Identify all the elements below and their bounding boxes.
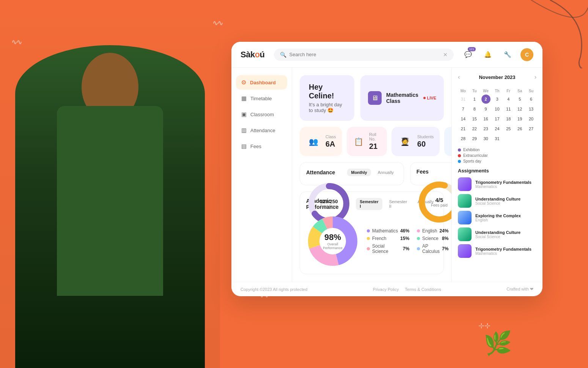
- assignment-thumb-0: [458, 177, 472, 191]
- cal-day-16[interactable]: 16: [481, 114, 491, 123]
- assignment-thumb-3: [458, 227, 472, 241]
- stat-card-students: 🧑‍🎓 Students 60: [391, 127, 440, 156]
- class-info: Mathematics Class: [386, 92, 419, 104]
- cal-day-8[interactable]: 8: [470, 104, 479, 114]
- cal-day-14[interactable]: 14: [459, 114, 468, 123]
- cal-day-20[interactable]: 20: [527, 114, 536, 123]
- attendance-icon: ▥: [241, 127, 247, 134]
- cal-header-we: We: [481, 88, 491, 94]
- assignment-subject-3: Social Science: [475, 235, 536, 239]
- attendance-tab-monthly[interactable]: Monthly: [347, 169, 371, 176]
- french-subject: French: [372, 236, 398, 241]
- assignment-name-3: Understanding Culture: [475, 230, 536, 235]
- sidebar-item-fees[interactable]: ▤ Fees: [236, 139, 287, 153]
- assignment-subject-1: Social Science: [475, 201, 536, 205]
- cal-day-6[interactable]: 6: [527, 95, 536, 104]
- cal-day-26[interactable]: 26: [515, 124, 524, 133]
- cal-header-tu: Tu: [469, 88, 480, 94]
- avatar[interactable]: C: [520, 48, 533, 61]
- cal-day-9[interactable]: 9: [481, 104, 491, 114]
- perf-science: Science 8%: [417, 236, 448, 241]
- cal-day-19[interactable]: 19: [515, 114, 524, 123]
- english-subject: English: [422, 228, 437, 234]
- cal-day-21[interactable]: 21: [459, 124, 468, 133]
- calendar-prev[interactable]: ‹: [458, 74, 460, 81]
- assignment-thumb-2: [458, 211, 472, 224]
- cal-day-10[interactable]: 10: [492, 104, 502, 114]
- ap-pct: 7%: [442, 246, 448, 251]
- class-card[interactable]: 🖥 Mathematics Class LIVE: [360, 75, 444, 121]
- thumb-img-4: [458, 244, 472, 258]
- cal-day-27[interactable]: 27: [527, 124, 536, 133]
- cal-day-30[interactable]: 30: [481, 134, 491, 143]
- class-stat-label: Class: [325, 134, 336, 139]
- cal-day-29[interactable]: 29: [470, 134, 479, 143]
- sports-dot: [458, 160, 461, 163]
- cal-day-7[interactable]: 7: [459, 104, 468, 114]
- footer-terms[interactable]: Terms & Conditions: [405, 287, 441, 292]
- assignment-name-0: Trigonometry Fundamentals: [475, 180, 536, 185]
- footer-links: Privacy Policy Terms & Conditions: [373, 287, 441, 292]
- search-input[interactable]: [289, 52, 443, 57]
- settings-icon[interactable]: 🔧: [501, 48, 514, 62]
- pie-center: 98% OverallPerformance: [306, 215, 359, 268]
- assignment-info-1: Understanding Culture Social Science: [475, 197, 536, 205]
- thumb-img-0: [458, 177, 472, 191]
- close-icon[interactable]: ✕: [443, 52, 448, 58]
- cal-day-11[interactable]: 11: [504, 104, 513, 114]
- cal-day-12[interactable]: 12: [515, 104, 524, 114]
- assignments-title: Assignments: [458, 168, 536, 174]
- cal-day-5[interactable]: 5: [515, 95, 524, 104]
- assignment-item-0[interactable]: Trigonometry Fundamentals Mathematics: [458, 177, 536, 191]
- cal-day-23[interactable]: 23: [481, 124, 491, 133]
- sidebar-label-timetable: Timetable: [250, 96, 272, 101]
- social-dot: [367, 247, 370, 250]
- assignment-item-4[interactable]: Trigonometry Fundamentals Mathematics: [458, 244, 536, 258]
- science-dot: [417, 237, 420, 240]
- academic-tab-sem2[interactable]: Semester II: [385, 198, 411, 210]
- attendance-tab-annually[interactable]: Annually: [374, 169, 398, 176]
- assignment-item-1[interactable]: Understanding Culture Social Science: [458, 194, 536, 208]
- attendance-header: Attendance Monthly Annually: [306, 169, 398, 176]
- sidebar-item-timetable[interactable]: ▦ Timetable: [236, 91, 287, 106]
- social-pct: 7%: [403, 246, 409, 251]
- cal-day-13[interactable]: 13: [527, 104, 536, 114]
- footer-privacy[interactable]: Privacy Policy: [373, 287, 399, 292]
- calendar-next[interactable]: ›: [535, 74, 536, 81]
- sidebar-item-classroom[interactable]: ▣ Classroom: [236, 107, 287, 122]
- cal-day-4[interactable]: 4: [504, 95, 513, 104]
- sidebar-item-dashboard[interactable]: ⊙ Dashboard: [236, 75, 287, 90]
- notifications-icon[interactable]: 🔔: [481, 48, 495, 62]
- assignment-subject-0: Mathematics: [475, 185, 536, 189]
- cal-day-25[interactable]: 25: [504, 124, 513, 133]
- assignment-item-3[interactable]: Understanding Culture Social Science: [458, 227, 536, 241]
- logo: Sàkoú: [241, 50, 265, 60]
- messages-icon[interactable]: 💬 121: [461, 48, 475, 62]
- french-pct: 15%: [400, 236, 409, 241]
- attendance-title: Attendance: [306, 169, 335, 175]
- cal-day-oct-31[interactable]: 31: [459, 95, 468, 104]
- fees-paid-ratio: 4/5: [435, 197, 443, 203]
- thumb-img-3: [458, 227, 472, 241]
- cal-day-3[interactable]: 3: [492, 95, 502, 104]
- assignment-item-2[interactable]: Exploring the Complex English: [458, 211, 536, 224]
- sidebar-item-attendance[interactable]: ▥ Attendance: [236, 123, 287, 137]
- math-pct: 46%: [400, 228, 409, 234]
- cal-day-24[interactable]: 24: [492, 124, 502, 133]
- sports-label: Sports day: [463, 159, 481, 163]
- perf-social: Social Science 7%: [367, 243, 409, 254]
- cal-day-18[interactable]: 18: [504, 114, 513, 123]
- cal-day-17[interactable]: 17: [492, 114, 502, 123]
- cal-day-22[interactable]: 22: [470, 124, 479, 133]
- cal-day-1[interactable]: 1: [470, 95, 479, 104]
- cal-day-15[interactable]: 15: [470, 114, 479, 123]
- thumb-img-1: [458, 194, 472, 208]
- academic-tab-sem1[interactable]: Semester I: [356, 198, 382, 210]
- cal-day-31[interactable]: 31: [492, 134, 502, 143]
- overall-label: OverallPerformance: [323, 242, 343, 250]
- cal-day-2[interactable]: 2: [481, 95, 491, 104]
- right-panel: ‹ November 2023 › Mo Tu We Th Fr Sa Su 3…: [451, 68, 542, 282]
- stat-info-rollno: Roll No. 21: [369, 132, 381, 151]
- cal-day-28[interactable]: 28: [459, 134, 468, 143]
- math-subject: Mathematics: [372, 228, 398, 234]
